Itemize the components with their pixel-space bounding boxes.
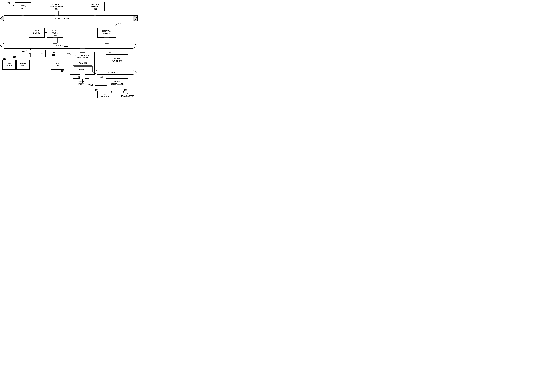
svg-text:SERIAL: SERIAL [78, 81, 84, 83]
svg-text:CONT.: CONT. [52, 32, 58, 34]
svg-text:MEMORY: MEMORY [101, 96, 109, 98]
svg-text:S2: S2 [41, 53, 43, 55]
svg-text:ROM 229: ROM 229 [79, 62, 87, 64]
svg-text:228: 228 [67, 52, 70, 55]
svg-text:218: 218 [3, 58, 6, 60]
svg-text:MGMT: MGMT [114, 57, 120, 59]
svg-marker-14 [0, 15, 4, 21]
diagram: 200 CPU(s) 202 MEMORY CONTROLLER 204 SYS… [0, 0, 138, 98]
svg-text:CPU(s): CPU(s) [20, 4, 26, 7]
svg-rect-25 [93, 11, 97, 15]
svg-text:VIDEO: VIDEO [52, 29, 58, 32]
svg-text:234: 234 [100, 76, 103, 78]
svg-rect-47 [104, 37, 109, 43]
svg-text:SYSTEM: SYSTEM [92, 3, 99, 5]
svg-text:HOST-PCI: HOST-PCI [102, 30, 111, 32]
svg-text:230: 230 [109, 52, 112, 54]
svg-text:CONT.: CONT. [20, 65, 26, 67]
svg-text:IR: IR [127, 93, 129, 95]
svg-text:MICRO-: MICRO- [114, 81, 121, 83]
svg-text:MEMORY: MEMORY [52, 3, 61, 5]
svg-text:(I/O SYSTEM): (I/O SYSTEM) [76, 57, 88, 59]
svg-text:CONTROLLER: CONTROLLER [111, 83, 124, 85]
svg-text:BRIDGE: BRIDGE [103, 33, 110, 35]
svg-rect-2 [15, 3, 31, 11]
svg-rect-129 [81, 74, 84, 79]
svg-text:210: 210 [117, 22, 121, 25]
svg-text:238: 238 [124, 89, 127, 91]
svg-text:DISPLAY: DISPLAY [33, 29, 40, 32]
svg-text:204: 204 [55, 8, 58, 10]
svg-text:S3: S3 [53, 51, 55, 53]
svg-text:206: 206 [94, 8, 97, 10]
svg-text:226: 226 [35, 35, 38, 37]
svg-text:202: 202 [21, 7, 24, 9]
svg-text:ARRAY: ARRAY [6, 65, 12, 67]
svg-text:MEMORY: MEMORY [91, 6, 100, 7]
svg-text:I/O BUS 232: I/O BUS 232 [108, 71, 119, 73]
svg-rect-40 [4, 43, 133, 48]
svg-text:...: ... [59, 52, 61, 55]
svg-text:ARRAY: ARRAY [20, 62, 26, 64]
svg-rect-16 [4, 16, 133, 21]
svg-text:216: 216 [13, 56, 16, 58]
svg-text:NV: NV [104, 93, 107, 96]
svg-text:SOUTH BRIDGE: SOUTH BRIDGE [75, 54, 90, 56]
svg-rect-23 [54, 11, 58, 15]
svg-rect-45 [53, 37, 57, 43]
svg-text:DEVICE: DEVICE [33, 32, 40, 34]
svg-text:SCSI: SCSI [55, 62, 59, 64]
svg-text:200: 200 [7, 1, 12, 5]
svg-text:BIOS 231: BIOS 231 [79, 68, 87, 70]
svg-text:HOST BUS 208: HOST BUS 208 [54, 17, 69, 20]
svg-text:236: 236 [95, 89, 99, 91]
svg-rect-21 [21, 11, 25, 15]
svg-text:DISK: DISK [7, 62, 11, 64]
svg-text:222: 222 [52, 54, 55, 56]
svg-text:FUNCTIONS: FUNCTIONS [112, 60, 122, 62]
svg-text:224: 224 [54, 35, 57, 37]
svg-rect-49 [104, 21, 109, 28]
svg-text:PORT: PORT [79, 83, 84, 85]
svg-text:220: 220 [61, 70, 64, 72]
svg-text:TRANSCEIVER: TRANSCEIVER [121, 95, 134, 97]
svg-rect-91 [80, 48, 85, 52]
svg-text:CONT.: CONT. [55, 65, 60, 67]
svg-text:CONTROLLER: CONTROLLER [50, 6, 63, 7]
svg-text:PCI BUS 212: PCI BUS 212 [56, 44, 68, 47]
